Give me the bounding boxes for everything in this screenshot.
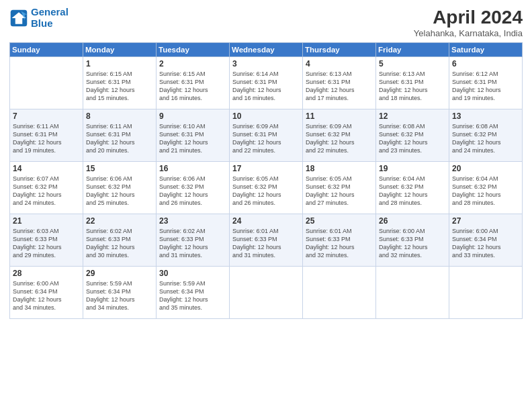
day-number: 17 xyxy=(232,164,300,173)
calendar-cell: 9Sunrise: 6:10 AM Sunset: 6:31 PM Daylig… xyxy=(157,109,230,162)
day-info: Sunrise: 6:02 AM Sunset: 6:33 PM Dayligh… xyxy=(159,227,226,260)
day-number: 9 xyxy=(159,111,226,121)
day-number: 29 xyxy=(86,269,153,278)
day-number: 4 xyxy=(306,59,373,68)
day-number: 14 xyxy=(13,164,80,173)
week-row-1: 1Sunrise: 6:15 AM Sunset: 6:31 PM Daylig… xyxy=(10,57,523,109)
calendar-cell: 20Sunrise: 6:04 AM Sunset: 6:32 PM Dayli… xyxy=(449,162,523,214)
day-info: Sunrise: 6:15 AM Sunset: 6:31 PM Dayligh… xyxy=(86,70,153,103)
day-info: Sunrise: 5:59 AM Sunset: 6:34 PM Dayligh… xyxy=(159,279,226,312)
day-number: 19 xyxy=(379,164,446,173)
calendar-cell: 22Sunrise: 6:02 AM Sunset: 6:33 PM Dayli… xyxy=(83,214,157,267)
day-info: Sunrise: 6:06 AM Sunset: 6:32 PM Dayligh… xyxy=(86,175,153,208)
day-info: Sunrise: 6:04 AM Sunset: 6:32 PM Dayligh… xyxy=(452,175,519,208)
day-number: 2 xyxy=(159,59,226,68)
day-number: 16 xyxy=(159,164,226,173)
day-info: Sunrise: 6:00 AM Sunset: 6:34 PM Dayligh… xyxy=(13,279,80,312)
day-info: Sunrise: 6:00 AM Sunset: 6:34 PM Dayligh… xyxy=(452,227,519,260)
calendar-cell: 14Sunrise: 6:07 AM Sunset: 6:32 PM Dayli… xyxy=(10,162,83,214)
logo: General Blue xyxy=(9,7,69,29)
day-info: Sunrise: 6:03 AM Sunset: 6:33 PM Dayligh… xyxy=(13,227,80,260)
generalblue-logo-icon xyxy=(9,9,28,28)
day-number: 7 xyxy=(13,111,80,121)
calendar-cell: 7Sunrise: 6:11 AM Sunset: 6:31 PM Daylig… xyxy=(10,109,83,162)
day-info: Sunrise: 6:13 AM Sunset: 6:31 PM Dayligh… xyxy=(379,70,446,103)
day-number: 20 xyxy=(452,164,519,173)
day-number: 6 xyxy=(452,59,519,68)
calendar-cell: 13Sunrise: 6:08 AM Sunset: 6:32 PM Dayli… xyxy=(449,109,523,162)
day-number: 22 xyxy=(86,216,153,226)
day-number: 23 xyxy=(159,216,226,226)
month-title: April 2024 xyxy=(414,7,523,28)
day-info: Sunrise: 6:09 AM Sunset: 6:32 PM Dayligh… xyxy=(306,122,373,155)
calendar-cell: 19Sunrise: 6:04 AM Sunset: 6:32 PM Dayli… xyxy=(376,162,449,214)
day-number: 8 xyxy=(86,111,153,121)
day-info: Sunrise: 6:12 AM Sunset: 6:31 PM Dayligh… xyxy=(452,70,519,103)
week-row-3: 14Sunrise: 6:07 AM Sunset: 6:32 PM Dayli… xyxy=(10,162,523,214)
day-number: 21 xyxy=(13,216,80,226)
day-info: Sunrise: 6:00 AM Sunset: 6:33 PM Dayligh… xyxy=(379,227,446,260)
header-row: SundayMondayTuesdayWednesdayThursdayFrid… xyxy=(10,43,523,57)
calendar-table: SundayMondayTuesdayWednesdayThursdayFrid… xyxy=(9,42,523,319)
calendar-cell: 4Sunrise: 6:13 AM Sunset: 6:31 PM Daylig… xyxy=(303,57,376,109)
calendar-cell xyxy=(449,267,523,319)
day-number: 25 xyxy=(306,216,373,226)
day-number: 28 xyxy=(13,269,80,278)
calendar-cell: 17Sunrise: 6:05 AM Sunset: 6:32 PM Dayli… xyxy=(230,162,303,214)
calendar-cell xyxy=(376,267,449,319)
day-info: Sunrise: 6:08 AM Sunset: 6:32 PM Dayligh… xyxy=(452,122,519,155)
day-number: 11 xyxy=(306,111,373,121)
day-number: 26 xyxy=(379,216,446,226)
calendar-cell: 27Sunrise: 6:00 AM Sunset: 6:34 PM Dayli… xyxy=(449,214,523,267)
calendar-cell: 11Sunrise: 6:09 AM Sunset: 6:32 PM Dayli… xyxy=(303,109,376,162)
header-thursday: Thursday xyxy=(303,43,376,57)
calendar-cell: 15Sunrise: 6:06 AM Sunset: 6:32 PM Dayli… xyxy=(83,162,157,214)
calendar-cell: 23Sunrise: 6:02 AM Sunset: 6:33 PM Dayli… xyxy=(157,214,230,267)
calendar-cell: 26Sunrise: 6:00 AM Sunset: 6:33 PM Dayli… xyxy=(376,214,449,267)
day-info: Sunrise: 6:10 AM Sunset: 6:31 PM Dayligh… xyxy=(159,122,226,155)
day-number: 30 xyxy=(159,269,226,278)
calendar-cell: 25Sunrise: 6:01 AM Sunset: 6:33 PM Dayli… xyxy=(303,214,376,267)
day-number: 12 xyxy=(379,111,446,121)
header-sunday: Sunday xyxy=(10,43,83,57)
day-info: Sunrise: 6:09 AM Sunset: 6:31 PM Dayligh… xyxy=(232,122,300,155)
day-number: 1 xyxy=(86,59,153,68)
header: General Blue April 2024 Yelahanka, Karna… xyxy=(9,7,523,38)
header-tuesday: Tuesday xyxy=(157,43,230,57)
logo-text: General Blue xyxy=(31,7,69,29)
page: General Blue April 2024 Yelahanka, Karna… xyxy=(0,0,532,411)
day-number: 27 xyxy=(452,216,519,226)
calendar-cell xyxy=(10,57,83,109)
day-info: Sunrise: 6:15 AM Sunset: 6:31 PM Dayligh… xyxy=(159,70,226,103)
day-info: Sunrise: 6:05 AM Sunset: 6:32 PM Dayligh… xyxy=(232,175,300,208)
header-wednesday: Wednesday xyxy=(230,43,303,57)
day-info: Sunrise: 5:59 AM Sunset: 6:34 PM Dayligh… xyxy=(86,279,153,312)
day-info: Sunrise: 6:05 AM Sunset: 6:32 PM Dayligh… xyxy=(306,175,373,208)
day-info: Sunrise: 6:06 AM Sunset: 6:32 PM Dayligh… xyxy=(159,175,226,208)
day-info: Sunrise: 6:07 AM Sunset: 6:32 PM Dayligh… xyxy=(13,175,80,208)
day-number: 24 xyxy=(232,216,300,226)
title-block: April 2024 Yelahanka, Karnataka, India xyxy=(414,7,523,38)
header-friday: Friday xyxy=(376,43,449,57)
calendar-cell: 5Sunrise: 6:13 AM Sunset: 6:31 PM Daylig… xyxy=(376,57,449,109)
day-info: Sunrise: 6:11 AM Sunset: 6:31 PM Dayligh… xyxy=(13,122,80,155)
calendar-cell xyxy=(230,267,303,319)
header-monday: Monday xyxy=(83,43,157,57)
day-info: Sunrise: 6:02 AM Sunset: 6:33 PM Dayligh… xyxy=(86,227,153,260)
calendar-cell: 29Sunrise: 5:59 AM Sunset: 6:34 PM Dayli… xyxy=(83,267,157,319)
logo-line1: General xyxy=(31,6,69,17)
calendar-cell: 28Sunrise: 6:00 AM Sunset: 6:34 PM Dayli… xyxy=(10,267,83,319)
location: Yelahanka, Karnataka, India xyxy=(414,28,523,38)
logo-line2: Blue xyxy=(31,17,53,29)
day-info: Sunrise: 6:11 AM Sunset: 6:31 PM Dayligh… xyxy=(86,122,153,155)
calendar-cell: 30Sunrise: 5:59 AM Sunset: 6:34 PM Dayli… xyxy=(157,267,230,319)
day-number: 18 xyxy=(306,164,373,173)
day-info: Sunrise: 6:08 AM Sunset: 6:32 PM Dayligh… xyxy=(379,122,446,155)
calendar-cell: 6Sunrise: 6:12 AM Sunset: 6:31 PM Daylig… xyxy=(449,57,523,109)
day-number: 5 xyxy=(379,59,446,68)
day-number: 15 xyxy=(86,164,153,173)
calendar-cell: 18Sunrise: 6:05 AM Sunset: 6:32 PM Dayli… xyxy=(303,162,376,214)
week-row-4: 21Sunrise: 6:03 AM Sunset: 6:33 PM Dayli… xyxy=(10,214,523,267)
week-row-5: 28Sunrise: 6:00 AM Sunset: 6:34 PM Dayli… xyxy=(10,267,523,319)
calendar-cell: 21Sunrise: 6:03 AM Sunset: 6:33 PM Dayli… xyxy=(10,214,83,267)
